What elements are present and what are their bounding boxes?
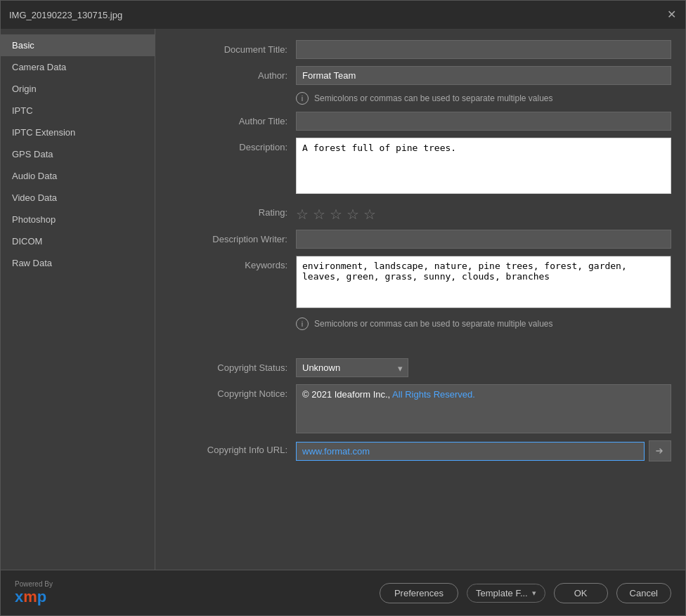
sidebar-item-iptc[interactable]: IPTC (1, 100, 155, 122)
copyright-status-select[interactable]: Unknown Copyrighted Public Domain (296, 358, 408, 377)
author-title-input[interactable] (296, 112, 671, 131)
sidebar-item-audio-data[interactable]: Audio Data (1, 165, 155, 187)
window-title: IMG_20190223_130715.jpg (9, 10, 122, 20)
template-label: Template F... (476, 588, 528, 598)
close-button[interactable]: ✕ (666, 9, 677, 20)
ok-button[interactable]: OK (554, 583, 608, 603)
author-title-row: Author Title: (169, 112, 671, 131)
copyright-status-row: Copyright Status: Unknown Copyrighted Pu… (169, 358, 671, 377)
title-bar: IMG_20190223_130715.jpg ✕ (1, 1, 685, 29)
author-hint-text: Semicolons or commas can be used to sepa… (314, 93, 553, 103)
sidebar-item-photoshop[interactable]: Photoshop (1, 209, 155, 230)
rating-control: ☆ ☆ ☆ ☆ ☆ (296, 203, 671, 223)
description-label: Description: (169, 138, 296, 152)
bottom-actions: Preferences Template F... ▾ OK Cancel (380, 583, 671, 603)
sidebar: Basic Camera Data Origin IPTC IPTC Exten… (1, 29, 155, 570)
copyright-notice-prefix: © 2021 Ideaform Inc., (302, 389, 392, 400)
main-panel: Document Title: Author: i Semicolons or … (155, 29, 685, 570)
author-hint-row: i Semicolons or commas can be used to se… (169, 92, 671, 105)
copyright-url-input[interactable] (296, 442, 645, 461)
xmp-brand: Powered By xmp (15, 580, 53, 606)
document-title-label: Document Title: (169, 40, 296, 55)
rating-row: Rating: ☆ ☆ ☆ ☆ ☆ (169, 203, 671, 223)
sidebar-item-origin[interactable]: Origin (1, 78, 155, 100)
rating-label: Rating: (169, 203, 296, 218)
preferences-button[interactable]: Preferences (380, 583, 458, 603)
cancel-button[interactable]: Cancel (616, 583, 671, 603)
sidebar-item-basic[interactable]: Basic (1, 34, 155, 56)
author-row: Author: (169, 66, 671, 85)
copyright-url-label: Copyright Info URL: (169, 440, 296, 455)
sidebar-item-dicom[interactable]: DICOM (1, 230, 155, 252)
copyright-notice-control: © 2021 Ideaform Inc., All Rights Reserve… (296, 384, 671, 433)
keywords-hint-text: Semicolons or commas can be used to sepa… (314, 319, 553, 329)
author-control (296, 66, 671, 85)
sidebar-item-iptc-extension[interactable]: IPTC Extension (1, 122, 155, 143)
template-dropdown-arrow: ▾ (532, 589, 536, 598)
star-2[interactable]: ☆ (313, 206, 325, 223)
description-input[interactable]: A forest full of pine trees. (296, 138, 671, 194)
main-window: IMG_20190223_130715.jpg ✕ Basic Camera D… (0, 0, 686, 616)
copyright-status-label: Copyright Status: (169, 358, 296, 373)
description-control: A forest full of pine trees. (296, 138, 671, 196)
copyright-notice-display[interactable]: © 2021 Ideaform Inc., All Rights Reserve… (296, 384, 671, 433)
keywords-control: environment, landscape, nature, pine tre… (296, 256, 671, 310)
keywords-input[interactable]: environment, landscape, nature, pine tre… (296, 256, 671, 308)
star-1[interactable]: ☆ (296, 206, 309, 223)
description-writer-control (296, 230, 671, 249)
copyright-status-wrapper: Unknown Copyrighted Public Domain (296, 358, 408, 377)
sidebar-item-raw-data[interactable]: Raw Data (1, 252, 155, 274)
copyright-url-row: Copyright Info URL: (169, 440, 671, 461)
document-title-input[interactable] (296, 40, 671, 59)
description-writer-row: Description Writer: (169, 230, 671, 249)
document-title-control (296, 40, 671, 59)
url-row (296, 440, 671, 461)
keywords-label: Keywords: (169, 256, 296, 270)
author-input[interactable] (296, 66, 671, 85)
description-row: Description: A forest full of pine trees… (169, 138, 671, 196)
content-area: Basic Camera Data Origin IPTC IPTC Exten… (1, 29, 685, 570)
description-writer-input[interactable] (296, 230, 671, 249)
bottom-bar: Powered By xmp Preferences Template F...… (1, 570, 685, 615)
sidebar-item-camera-data[interactable]: Camera Data (1, 56, 155, 78)
document-title-row: Document Title: (169, 40, 671, 59)
copyright-status-control: Unknown Copyrighted Public Domain (296, 358, 671, 377)
sidebar-item-gps-data[interactable]: GPS Data (1, 143, 155, 165)
description-writer-label: Description Writer: (169, 230, 296, 244)
copyright-url-control (296, 440, 671, 461)
copyright-notice-colored: All Rights Reserved. (392, 389, 475, 400)
keywords-hint-row: i Semicolons or commas can be used to se… (169, 317, 671, 330)
star-4[interactable]: ☆ (347, 206, 359, 223)
template-dropdown[interactable]: Template F... ▾ (467, 584, 545, 603)
copyright-notice-row: Copyright Notice: © 2021 Ideaform Inc., … (169, 384, 671, 433)
star-5[interactable]: ☆ (363, 206, 376, 223)
copyright-notice-label: Copyright Notice: (169, 384, 296, 399)
author-hint-icon: i (296, 92, 309, 105)
keywords-hint-icon: i (296, 317, 309, 330)
stars-container: ☆ ☆ ☆ ☆ ☆ (296, 203, 671, 223)
star-3[interactable]: ☆ (330, 206, 342, 223)
author-title-label: Author Title: (169, 112, 296, 126)
author-title-control (296, 112, 671, 131)
sidebar-item-video-data[interactable]: Video Data (1, 187, 155, 209)
powered-by-text: Powered By (15, 580, 53, 588)
xmp-logo: xmp (15, 588, 46, 606)
copyright-url-go-button[interactable] (649, 440, 671, 461)
arrow-icon (655, 446, 665, 456)
author-label: Author: (169, 66, 296, 81)
keywords-row: Keywords: environment, landscape, nature… (169, 256, 671, 310)
